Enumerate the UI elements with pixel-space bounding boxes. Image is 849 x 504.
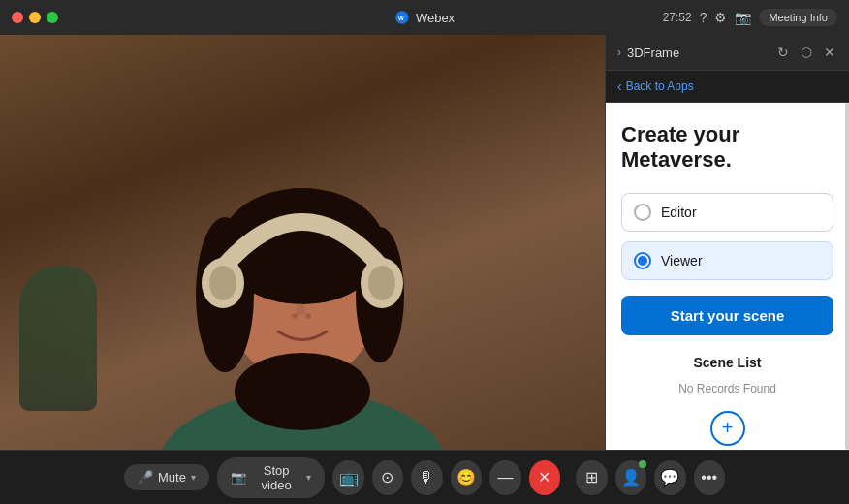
editor-radio[interactable] (634, 204, 651, 221)
plant-decoration (19, 266, 97, 411)
editor-label: Editor (661, 205, 697, 220)
panel-chevron-icon: › (617, 46, 621, 59)
svg-text:W: W (398, 16, 404, 21)
overflow-button[interactable]: ••• (694, 460, 725, 495)
overflow-icon: ••• (701, 469, 717, 487)
mute-chevron-icon: ▾ (191, 472, 196, 483)
title-right: 27:52 ? ⚙ 📷 Meeting Info (663, 9, 837, 26)
share-icon: 📺 (339, 468, 359, 487)
close-button[interactable] (12, 12, 23, 23)
back-label: Back to Apps (626, 79, 694, 93)
stop-video-label: Stop video (251, 463, 301, 492)
title-bar: W Webex 27:52 ? ⚙ 📷 Meeting Info (0, 0, 849, 35)
scene-list-title: Scene List (621, 355, 833, 370)
svg-point-13 (267, 278, 286, 292)
video-icon-indicator: 📷 (735, 10, 751, 25)
meeting-time: 27:52 (663, 11, 692, 24)
reactions-button[interactable]: ⊙ (372, 460, 403, 495)
emoji-button[interactable]: 😊 (451, 460, 482, 495)
back-nav[interactable]: ‹ Back to Apps (606, 71, 849, 103)
meeting-info-button[interactable]: Meeting Info (759, 9, 837, 26)
mute-all-button[interactable]: 🎙 (411, 460, 442, 495)
traffic-lights (12, 12, 58, 23)
app-title: W Webex (394, 10, 455, 25)
svg-point-17 (305, 313, 311, 319)
grid-icon: ⊞ (585, 468, 598, 487)
panel-content: Create yourMetaverse. Editor Viewer Star… (606, 103, 849, 450)
chat-button[interactable]: 💬 (654, 460, 685, 495)
plus-icon: + (722, 417, 734, 439)
panel-header: › 3DFrame ↻ ⬡ ✕ (606, 35, 849, 71)
refresh-button[interactable]: ↻ (775, 43, 791, 62)
settings-icon: ⚙ (714, 10, 727, 25)
participants-icon: 👤 (621, 468, 641, 487)
editor-option[interactable]: Editor (621, 193, 833, 232)
mute-all-icon: 🎙 (419, 469, 434, 487)
svg-point-15 (296, 303, 305, 315)
toolbar-inner: 🎤 Mute ▾ 📷 Stop video ▾ 📺 ⊙ 🎙 😊 — (124, 457, 725, 498)
panel-actions: ↻ ⬡ ✕ (775, 43, 837, 62)
viewer-option[interactable]: Viewer (621, 241, 833, 280)
video-area (0, 35, 605, 450)
svg-point-14 (319, 275, 338, 291)
chat-icon: 💬 (660, 468, 679, 487)
mic-icon: 🎤 (138, 470, 153, 485)
svg-point-16 (292, 313, 298, 319)
more-options-button[interactable]: — (489, 460, 520, 495)
app-name-label: Webex (416, 11, 455, 25)
main-area: › 3DFrame ↻ ⬡ ✕ ‹ Back to Apps Create yo… (0, 35, 849, 450)
bottom-toolbar: 🎤 Mute ▾ 📷 Stop video ▾ 📺 ⊙ 🎙 😊 — (0, 450, 849, 504)
participants-badge (639, 460, 646, 468)
emoji-icon: 😊 (456, 468, 476, 487)
panel-title-row: › 3DFrame (617, 46, 679, 60)
end-call-button[interactable]: ✕ (529, 460, 560, 495)
side-panel: › 3DFrame ↻ ⬡ ✕ ‹ Back to Apps Create yo… (605, 35, 849, 450)
stop-video-chevron-icon: ▾ (306, 472, 311, 483)
share-screen-button[interactable]: 📺 (332, 460, 363, 495)
panel-title: 3DFrame (627, 46, 679, 60)
mute-label: Mute (158, 470, 186, 485)
grid-view-button[interactable]: ⊞ (576, 460, 607, 495)
back-chevron-icon: ‹ (617, 79, 622, 94)
svg-point-8 (235, 353, 370, 430)
no-records-text: No Records Found (621, 382, 833, 395)
stop-video-button[interactable]: 📷 Stop video ▾ (217, 457, 325, 498)
panel-heading: Create yourMetaverse. (621, 122, 833, 173)
add-scene-button[interactable]: + (710, 411, 745, 446)
more-icon: — (497, 469, 513, 487)
scrollbar-track[interactable] (845, 103, 849, 450)
meeting-info-label: Meeting Info (769, 12, 828, 23)
person-figure (99, 62, 506, 450)
maximize-button[interactable] (47, 12, 58, 23)
help-icon: ? (700, 10, 708, 25)
radio-inner-dot (638, 256, 647, 266)
close-panel-button[interactable]: ✕ (822, 43, 837, 62)
video-placeholder (0, 35, 605, 450)
viewer-label: Viewer (661, 253, 703, 268)
viewer-radio[interactable] (634, 252, 651, 269)
end-call-icon: ✕ (538, 468, 550, 487)
video-stop-icon: 📷 (231, 470, 246, 485)
participants-button[interactable]: 👤 (615, 460, 646, 495)
svg-point-12 (368, 266, 395, 300)
minimize-button[interactable] (29, 12, 41, 23)
start-scene-button[interactable]: Start your scene (621, 296, 833, 335)
reaction-icon: ⊙ (381, 468, 393, 487)
svg-point-10 (209, 266, 236, 300)
popout-button[interactable]: ⬡ (799, 43, 814, 62)
mute-button[interactable]: 🎤 Mute ▾ (124, 464, 209, 490)
